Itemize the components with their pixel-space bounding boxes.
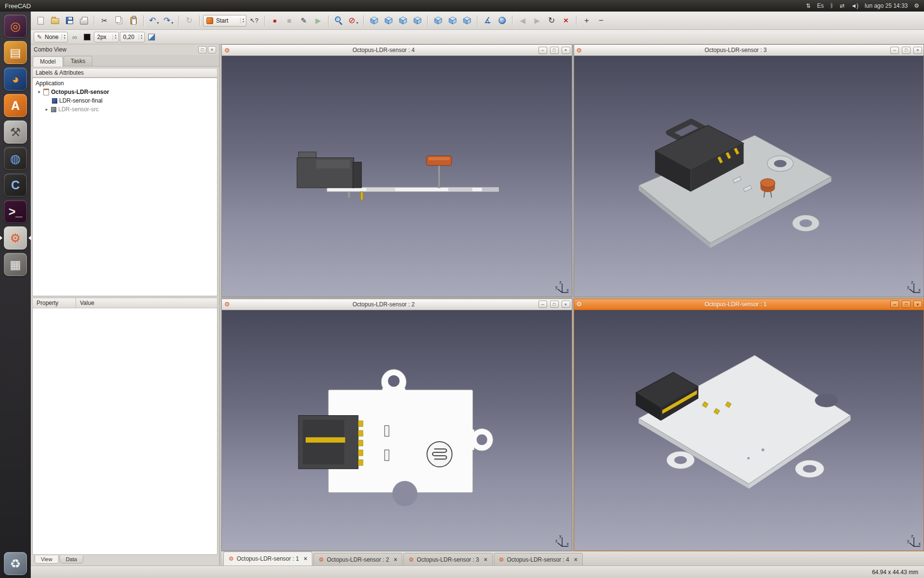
- panel-float-button[interactable]: □: [198, 46, 206, 53]
- view-left-button[interactable]: [460, 14, 474, 27]
- tab-view[interactable]: View: [35, 555, 59, 564]
- macro-play-button[interactable]: ▶: [311, 14, 325, 27]
- window-minimize-button[interactable]: –: [539, 47, 547, 54]
- line-style-spin[interactable]: ▴▾: [62, 34, 65, 40]
- launcher-item-workspace-switcher[interactable]: ▦: [4, 253, 27, 276]
- launcher-item-software-center[interactable]: A: [4, 94, 27, 117]
- network-icon[interactable]: ⇄: [840, 2, 845, 9]
- tree-item-application[interactable]: Application: [33, 79, 217, 88]
- window-close-button[interactable]: ×: [913, 301, 922, 308]
- save-button[interactable]: [63, 14, 76, 27]
- window-minimize-button[interactable]: –: [890, 301, 899, 308]
- value-column-header[interactable]: Value: [76, 298, 218, 308]
- window-close-button[interactable]: ×: [562, 47, 570, 54]
- cut-button[interactable]: ✂: [98, 14, 111, 27]
- 3d-viewport-3[interactable]: z x y: [574, 56, 924, 297]
- window-titlebar[interactable]: ⚙ Octopus-LDR-sensor : 1 – □ ×: [574, 299, 924, 310]
- window-close-button[interactable]: ×: [562, 301, 570, 308]
- nav-reload-button[interactable]: ↻: [545, 14, 558, 27]
- redo-button[interactable]: ↷▾: [162, 14, 175, 27]
- view-bottom-button[interactable]: [446, 14, 459, 27]
- line-color-button[interactable]: [81, 32, 93, 42]
- view-axonometric-button[interactable]: [367, 14, 381, 27]
- print-button[interactable]: [77, 14, 90, 27]
- window-maximize-button[interactable]: □: [902, 301, 911, 308]
- window-maximize-button[interactable]: □: [902, 47, 911, 54]
- view-front-button[interactable]: [382, 14, 395, 27]
- launcher-item-files[interactable]: ▤: [4, 41, 27, 64]
- line-style-selector[interactable]: ✎ None ▴▾: [34, 32, 68, 42]
- panel-close-button[interactable]: ×: [208, 46, 216, 53]
- workbench-selector[interactable]: Start ▴▾: [203, 15, 246, 26]
- refresh-button[interactable]: ↻: [182, 14, 196, 27]
- view-top-button[interactable]: [396, 14, 410, 27]
- macro-edit-button[interactable]: ✎: [297, 14, 310, 27]
- link-button[interactable]: ∞: [69, 32, 80, 42]
- 3d-viewport-4[interactable]: z x y: [222, 56, 572, 297]
- window-maximize-button[interactable]: □: [550, 301, 559, 308]
- tab-model[interactable]: Model: [33, 56, 63, 66]
- paste-button[interactable]: [127, 14, 140, 27]
- fit-all-button[interactable]: [332, 14, 346, 27]
- property-column-header[interactable]: Property: [32, 298, 76, 308]
- window-titlebar[interactable]: ⚙ Octopus-LDR-sensor : 3 – □ ×: [574, 45, 924, 56]
- tree-item-ldr-sensor-final[interactable]: LDR-sensor-final: [33, 96, 217, 105]
- macro-record-button[interactable]: ●: [268, 14, 282, 27]
- volume-icon[interactable]: ◄): [851, 2, 859, 9]
- launcher-item-terminal[interactable]: >_: [4, 200, 27, 223]
- clock[interactable]: lun ago 25 14:33: [865, 2, 908, 9]
- macro-stop-button[interactable]: ■: [282, 14, 296, 27]
- view-rear-button[interactable]: [431, 14, 445, 27]
- copy-button[interactable]: [112, 14, 126, 27]
- tab-tasks[interactable]: Tasks: [64, 56, 93, 66]
- size-spin-arrows[interactable]: ▴▾: [139, 34, 142, 40]
- zoom-out-button[interactable]: −: [594, 14, 608, 27]
- nav-back-button[interactable]: ◀: [516, 14, 529, 27]
- session-menu-icon[interactable]: ⚙: [914, 2, 919, 9]
- tab-close-icon[interactable]: ×: [574, 556, 578, 563]
- tree-item-ldr-sensor-src[interactable]: ▸ LDR-sensor-src: [33, 105, 217, 114]
- window-minimize-button[interactable]: –: [890, 47, 899, 54]
- window-close-button[interactable]: ×: [913, 47, 922, 54]
- 3d-viewport-2[interactable]: y x z: [222, 310, 572, 551]
- keyboard-layout-indicator[interactable]: Es: [817, 2, 824, 9]
- launcher-item-system-settings[interactable]: ⚒: [4, 120, 27, 144]
- tab-close-icon[interactable]: ×: [484, 556, 488, 563]
- document-tab-doc2[interactable]: ⚙ Octopus-LDR-sensor : 2 ×: [313, 553, 402, 565]
- open-file-button[interactable]: [48, 14, 62, 27]
- collapse-icon[interactable]: ▸: [44, 107, 49, 112]
- document-tab-doc3[interactable]: ⚙ Octopus-LDR-sensor : 3 ×: [403, 553, 492, 565]
- window-maximize-button[interactable]: □: [550, 47, 559, 54]
- window-titlebar[interactable]: ⚙ Octopus-LDR-sensor : 2 – □ ×: [222, 299, 572, 310]
- fill-color-button[interactable]: [146, 32, 157, 42]
- tree-item-document[interactable]: ▾ Octopus-LDR-sensor: [33, 88, 217, 96]
- tab-close-icon[interactable]: ×: [304, 555, 307, 562]
- document-tab-doc4[interactable]: ⚙ Octopus-LDR-sensor : 4 ×: [494, 553, 583, 565]
- nav-stop-button[interactable]: ×: [559, 14, 573, 27]
- measure-button[interactable]: ∡: [481, 14, 494, 27]
- zoom-in-button[interactable]: +: [580, 14, 593, 27]
- window-titlebar[interactable]: ⚙ Octopus-LDR-sensor : 4 – □ ×: [222, 45, 572, 56]
- launcher-item-firefox[interactable]: ◕: [4, 67, 27, 91]
- tab-close-icon[interactable]: ×: [394, 556, 397, 563]
- size-spinbox[interactable]: 0,20 ▴▾: [120, 32, 145, 42]
- document-tab-doc1[interactable]: ⚙ Octopus-LDR-sensor : 1 ×: [223, 552, 312, 565]
- launcher-item-chromium[interactable]: C: [4, 173, 27, 197]
- launcher-item-dash-home[interactable]: ◎: [4, 14, 27, 38]
- new-file-button[interactable]: [34, 14, 47, 27]
- nav-forward-button[interactable]: ▶: [530, 14, 544, 27]
- launcher-item-freecad[interactable]: ⚙: [4, 226, 27, 250]
- undo-button[interactable]: ↶▾: [147, 14, 161, 27]
- workbench-spin-arrows[interactable]: ▴▾: [240, 18, 244, 24]
- line-width-selector[interactable]: 2px ▴▾: [94, 32, 119, 42]
- line-width-spin[interactable]: ▴▾: [113, 34, 116, 40]
- launcher-item-trash[interactable]: ♻: [4, 552, 27, 575]
- 3d-viewport-1[interactable]: z x y: [574, 310, 924, 551]
- input-source-icon[interactable]: ⇅: [806, 2, 811, 9]
- expand-icon[interactable]: ▾: [37, 90, 41, 94]
- window-minimize-button[interactable]: –: [539, 301, 547, 308]
- tab-data[interactable]: Data: [60, 555, 83, 564]
- launcher-item-ubuntu-one[interactable]: ◍: [4, 147, 27, 170]
- bluetooth-icon[interactable]: ᛒ: [830, 2, 834, 9]
- draw-style-button[interactable]: ⊘▾: [346, 14, 360, 27]
